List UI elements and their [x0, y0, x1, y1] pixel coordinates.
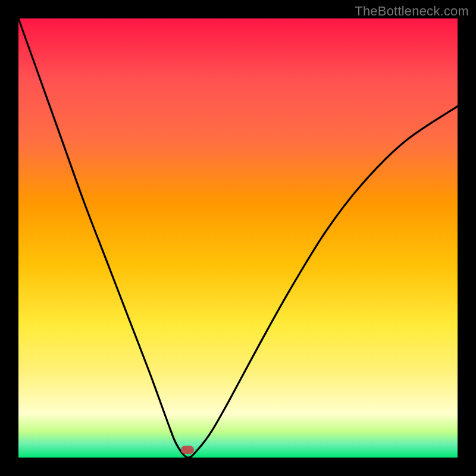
bottleneck-curve [18, 18, 458, 458]
watermark-text: TheBottleneck.com [355, 4, 469, 19]
optimum-marker [181, 446, 194, 454]
plot-area [18, 18, 458, 458]
